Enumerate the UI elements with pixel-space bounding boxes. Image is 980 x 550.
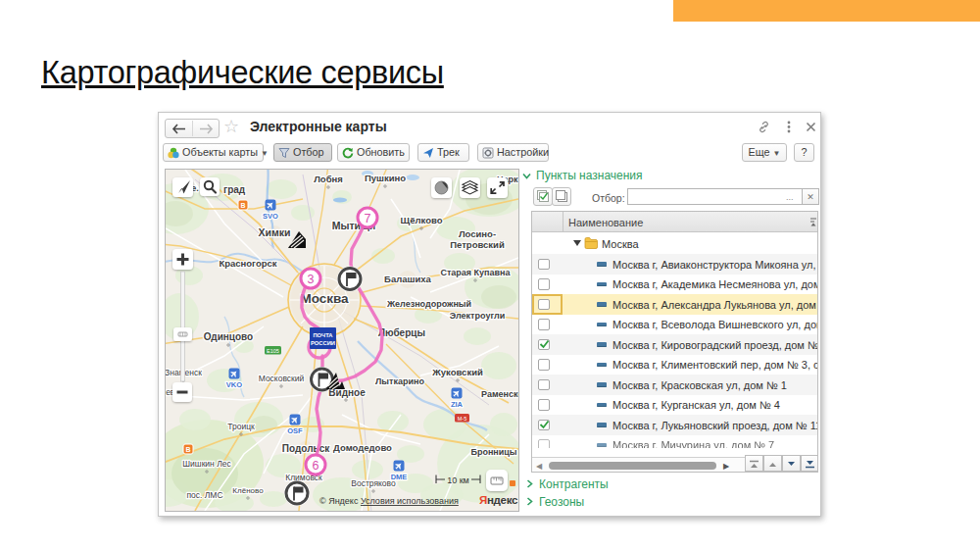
- svg-text:SVO: SVO: [263, 212, 278, 221]
- svg-text:Щёлково: Щёлково: [401, 215, 443, 225]
- svg-text:Одинцово: Одинцово: [204, 331, 253, 342]
- svg-text:ZIA: ZIA: [451, 400, 464, 409]
- svg-text:Московский: Московский: [259, 374, 305, 383]
- svg-text:E105: E105: [267, 348, 279, 354]
- svg-text:В: В: [185, 446, 190, 453]
- svg-text:РОССИИ: РОССИИ: [311, 340, 335, 346]
- svg-text:ПОЧТА: ПОЧТА: [313, 332, 333, 338]
- svg-text:Химки: Химки: [259, 226, 291, 238]
- svg-text:Яндекс: Яндекс: [479, 494, 518, 506]
- svg-text:Бронницы: Бронницы: [470, 447, 516, 457]
- svg-text:Электроугли: Электроугли: [450, 311, 505, 321]
- svg-text:Троицк: Троицк: [227, 422, 255, 431]
- svg-text:Люберцы: Люберцы: [378, 327, 425, 338]
- svg-text:VKO: VKO: [226, 380, 242, 389]
- svg-text:Лобня: Лобня: [314, 174, 343, 184]
- svg-text:Жуковский: Жуковский: [431, 367, 483, 377]
- svg-text:10 км: 10 км: [447, 475, 469, 485]
- svg-text:6: 6: [313, 459, 319, 473]
- svg-text:3: 3: [308, 273, 315, 286]
- svg-text:Петровский: Петровский: [450, 239, 505, 250]
- svg-text:Красногорск: Красногорск: [219, 258, 276, 269]
- svg-text:пос. ЛМС: пос. ЛМС: [186, 490, 222, 500]
- svg-text:В: В: [240, 202, 245, 209]
- svg-text:Домодедово: Домодедово: [333, 442, 392, 453]
- svg-text:Балашиха: Балашиха: [384, 274, 431, 284]
- svg-text:Шишкин Лес: Шишкин Лес: [182, 459, 231, 469]
- svg-text:OSF: OSF: [287, 426, 303, 435]
- svg-text:Клёново: Клёново: [232, 486, 264, 495]
- svg-text:Востряково: Востряково: [351, 478, 396, 488]
- svg-text:M-5: M-5: [458, 416, 466, 422]
- svg-text:град: град: [223, 184, 246, 195]
- svg-text:7: 7: [365, 212, 371, 225]
- svg-text:Москва: Москва: [300, 291, 349, 306]
- svg-text:Пушкино: Пушкино: [365, 173, 406, 183]
- svg-text:Лыткарино: Лыткарино: [375, 376, 424, 386]
- svg-text:© Яндекс Условия использования: © Яндекс Условия использования: [319, 496, 459, 506]
- svg-text:Старая Купавна: Старая Купавна: [440, 268, 511, 277]
- svg-text:Раменское: Раменское: [481, 389, 518, 399]
- svg-text:Лосино-: Лосино-: [459, 228, 496, 239]
- svg-text:Подольск: Подольск: [282, 443, 330, 454]
- svg-text:Железнодорожный: Железнодорожный: [386, 299, 471, 309]
- svg-text:DME: DME: [391, 473, 408, 481]
